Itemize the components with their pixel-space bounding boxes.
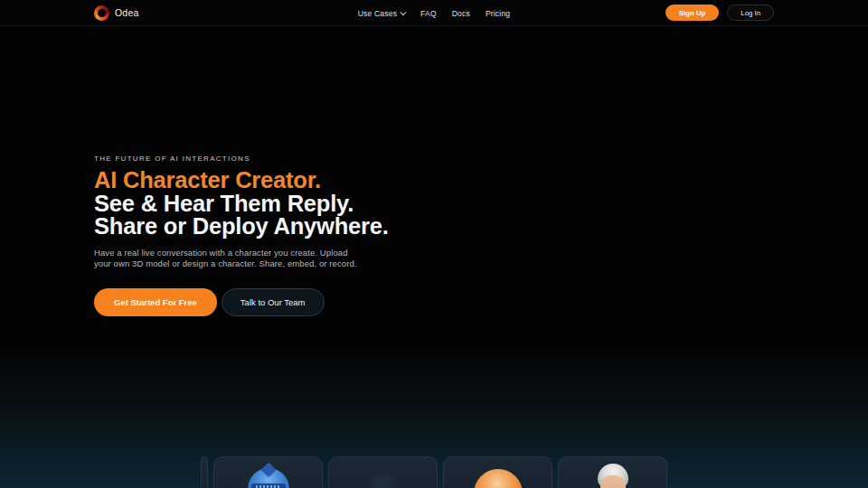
character-card-blue[interactable] xyxy=(213,456,323,488)
landing-page: { "brand": { "name": "Odea" }, "nav": { … xyxy=(0,0,868,488)
character-carousel xyxy=(201,456,667,488)
nav-actions: Sign Up Log In xyxy=(665,5,774,21)
headline-line-3: Share or Deploy Anywhere. xyxy=(94,215,474,239)
hero-eyebrow: THE FUTURE OF AI INTERACTIONS xyxy=(94,155,474,163)
get-started-button[interactable]: Get Started For Free xyxy=(94,288,217,316)
headline-line-1: AI Character Creator. xyxy=(94,169,474,192)
face xyxy=(600,475,626,488)
odea-logo-icon xyxy=(94,5,109,21)
nav-item-label: Pricing xyxy=(486,9,510,18)
nav-item-label: Docs xyxy=(452,9,470,18)
nav-item-docs[interactable]: Docs xyxy=(452,9,470,18)
brand-name: Odea xyxy=(115,7,139,18)
nav-links: Use Cases FAQ Docs Pricing xyxy=(358,0,511,26)
blue-cap-character-avatar xyxy=(248,468,289,488)
dark-silhouette-avatar xyxy=(363,474,403,488)
nav-item-pricing[interactable]: Pricing xyxy=(486,9,510,18)
orange-bald-character-avatar xyxy=(474,469,523,488)
chevron-down-icon xyxy=(401,9,407,15)
talk-to-team-button[interactable]: Talk to Our Team xyxy=(222,288,325,316)
cap-band xyxy=(251,483,286,488)
character-card-orange[interactable] xyxy=(443,456,552,488)
character-card-gray-man[interactable] xyxy=(558,456,667,488)
hero-section: THE FUTURE OF AI INTERACTIONS AI Charact… xyxy=(94,155,474,316)
hero-cta-row: Get Started For Free Talk to Our Team xyxy=(94,288,474,316)
log-in-button[interactable]: Log In xyxy=(727,5,774,21)
character-card-dark[interactable] xyxy=(328,456,438,488)
top-navigation: Odea Use Cases FAQ Docs Pricing Sign Up … xyxy=(0,0,868,26)
nav-item-label: FAQ xyxy=(420,9,437,18)
gray-haired-man-avatar xyxy=(593,464,633,488)
nav-item-faq[interactable]: FAQ xyxy=(420,9,437,18)
nav-item-label: Use Cases xyxy=(358,9,397,18)
brand-logo[interactable]: Odea xyxy=(94,5,139,21)
sign-up-button[interactable]: Sign Up xyxy=(665,5,719,21)
hero-description: Have a real live conversation with a cha… xyxy=(94,248,362,269)
bald-head xyxy=(474,469,523,488)
character-card-partial[interactable] xyxy=(201,456,208,488)
headline-line-2: See & Hear Them Reply. xyxy=(94,192,474,216)
nav-item-use-cases[interactable]: Use Cases xyxy=(358,9,405,18)
hero-headline: AI Character Creator. See & Hear Them Re… xyxy=(94,169,474,239)
